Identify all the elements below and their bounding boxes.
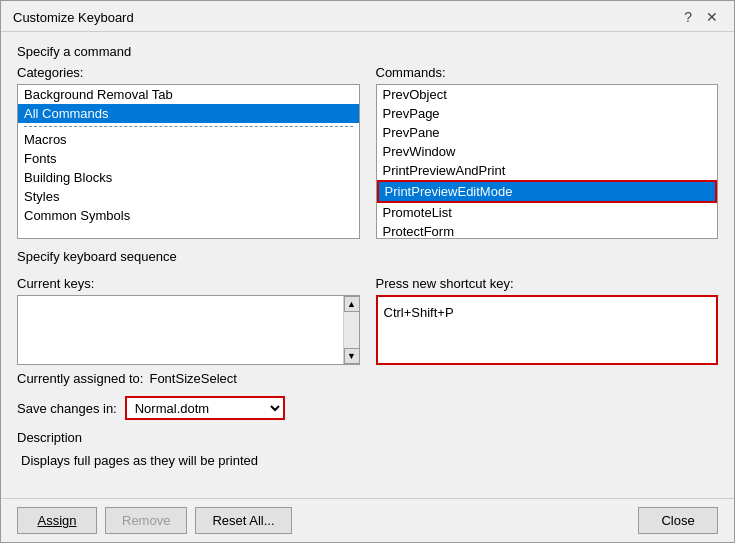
assigned-to-value: FontSizeSelect bbox=[149, 371, 236, 386]
list-item[interactable]: Macros bbox=[18, 130, 359, 149]
current-keys-area: ▲ ▼ bbox=[17, 295, 360, 365]
categories-col: Categories: Background Removal Tab All C… bbox=[17, 65, 360, 239]
specify-command-label: Specify a command bbox=[17, 44, 718, 59]
assigned-to-label: Currently assigned to: bbox=[17, 371, 143, 386]
keyboard-section: Specify keyboard sequence Current keys: … bbox=[17, 249, 718, 386]
shortcut-input-box bbox=[376, 295, 719, 365]
list-item[interactable]: PrintPreviewAndPrint bbox=[377, 161, 718, 180]
list-item[interactable]: PrevPage bbox=[377, 104, 718, 123]
keyboard-section-label: Specify keyboard sequence bbox=[17, 249, 718, 264]
save-changes-label: Save changes in: bbox=[17, 401, 117, 416]
keyboard-row: Current keys: ▲ ▼ Press new shortcut key… bbox=[17, 276, 718, 365]
assigned-to-row: Currently assigned to: FontSizeSelect bbox=[17, 371, 718, 386]
commands-col: Commands: PrevObject PrevPage PrevPane P… bbox=[376, 65, 719, 239]
specify-command-section: Specify a command Categories: Background… bbox=[17, 44, 718, 239]
shortcut-input[interactable] bbox=[384, 305, 711, 320]
categories-list: Background Removal Tab All Commands Macr… bbox=[18, 85, 359, 225]
commands-listbox[interactable]: PrevObject PrevPage PrevPane PrevWindow … bbox=[376, 84, 719, 239]
reset-all-button[interactable]: Reset All... bbox=[195, 507, 291, 534]
list-item-selected[interactable]: PrintPreviewEditMode bbox=[377, 180, 718, 203]
save-changes-dropdown[interactable]: Normal.dotm ThisDocument bbox=[125, 396, 285, 420]
list-item[interactable]: Building Blocks bbox=[18, 168, 359, 187]
close-button[interactable]: ✕ bbox=[702, 9, 722, 25]
description-section: Description Displays full pages as they … bbox=[17, 430, 718, 468]
help-button[interactable]: ? bbox=[680, 9, 696, 25]
list-item[interactable]: Common Symbols bbox=[18, 206, 359, 225]
list-item[interactable]: Fonts bbox=[18, 149, 359, 168]
title-bar: Customize Keyboard ? ✕ bbox=[1, 1, 734, 32]
current-keys-label: Current keys: bbox=[17, 276, 360, 291]
description-text: Displays full pages as they will be prin… bbox=[17, 453, 718, 468]
assign-button[interactable]: Assign bbox=[17, 507, 97, 534]
customize-keyboard-dialog: Customize Keyboard ? ✕ Specify a command… bbox=[0, 0, 735, 543]
list-item[interactable]: PrevObject bbox=[377, 85, 718, 104]
scroll-down-arrow[interactable]: ▼ bbox=[344, 348, 360, 364]
bottom-buttons: Assign Remove Reset All... Close bbox=[1, 498, 734, 542]
commands-list: PrevObject PrevPage PrevPane PrevWindow … bbox=[377, 85, 718, 239]
list-item-selected[interactable]: All Commands bbox=[18, 104, 359, 123]
list-item[interactable]: Background Removal Tab bbox=[18, 85, 359, 104]
command-columns: Categories: Background Removal Tab All C… bbox=[17, 65, 718, 239]
current-keys-scrollbar: ▲ ▼ bbox=[343, 296, 359, 364]
list-item[interactable]: Styles bbox=[18, 187, 359, 206]
categories-label: Categories: bbox=[17, 65, 360, 80]
shortcut-col: Press new shortcut key: bbox=[376, 276, 719, 365]
dialog-title: Customize Keyboard bbox=[13, 10, 134, 25]
categories-listbox[interactable]: Background Removal Tab All Commands Macr… bbox=[17, 84, 360, 239]
scroll-up-arrow[interactable]: ▲ bbox=[344, 296, 360, 312]
list-item[interactable]: PromoteList bbox=[377, 203, 718, 222]
list-item[interactable]: ProtectForm bbox=[377, 222, 718, 239]
title-bar-controls: ? ✕ bbox=[680, 9, 722, 25]
dialog-body: Specify a command Categories: Background… bbox=[1, 32, 734, 498]
save-changes-row: Save changes in: Normal.dotm ThisDocumen… bbox=[17, 396, 718, 420]
close-dialog-button[interactable]: Close bbox=[638, 507, 718, 534]
commands-label: Commands: bbox=[376, 65, 719, 80]
description-label: Description bbox=[17, 430, 718, 445]
current-keys-col: Current keys: ▲ ▼ bbox=[17, 276, 360, 365]
list-item[interactable]: PrevWindow bbox=[377, 142, 718, 161]
remove-button[interactable]: Remove bbox=[105, 507, 187, 534]
press-new-label: Press new shortcut key: bbox=[376, 276, 719, 291]
list-item[interactable]: PrevPane bbox=[377, 123, 718, 142]
save-changes-select[interactable]: Normal.dotm ThisDocument bbox=[127, 398, 283, 418]
